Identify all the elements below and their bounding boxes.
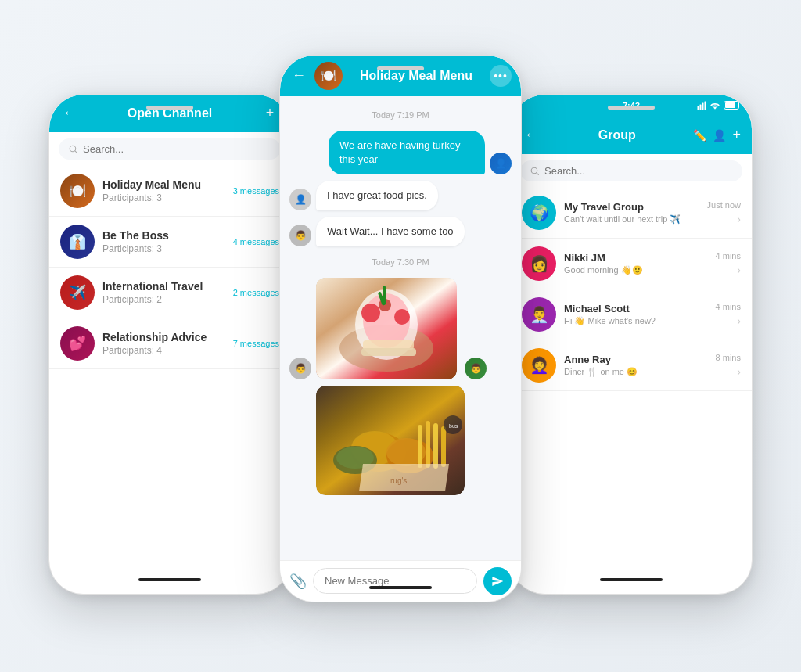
- group-last-msg: Can't wait until our next trip ✈️: [564, 214, 699, 225]
- status-time: 7:43: [623, 101, 640, 110]
- group-name: Nikki JM: [564, 252, 708, 264]
- list-item[interactable]: 👨‍💼 Michael Scott Hi 👋 Mike what's new? …: [511, 289, 752, 340]
- chevron-right-icon: ›: [737, 314, 741, 327]
- wifi-icon: [709, 101, 720, 110]
- phone-center: ← 🍽️ Holiday Meal Menu ••• Today 7:19 PM…: [279, 55, 522, 602]
- avatar: 💕: [60, 326, 95, 361]
- svg-text:rug's: rug's: [390, 476, 407, 485]
- right-search-bar[interactable]: [520, 160, 742, 181]
- svg-rect-27: [698, 106, 699, 110]
- left-search-input[interactable]: [83, 143, 271, 155]
- signal-icon: [697, 101, 706, 110]
- avatar: 👩‍🦱: [522, 348, 556, 383]
- avatar: 👨‍💼: [522, 297, 556, 332]
- add-icon[interactable]: +: [732, 127, 741, 143]
- left-add-icon[interactable]: +: [260, 105, 279, 121]
- avatar: 👨: [289, 358, 311, 379]
- left-search-bar[interactable]: [59, 138, 281, 160]
- header-actions: ✏️ 👤 +: [693, 127, 741, 143]
- avatar: 👔: [60, 225, 95, 259]
- channel-sub: Participants: 2: [102, 294, 225, 305]
- channel-sub: Participants: 4: [102, 345, 225, 356]
- list-item[interactable]: 🌍 My Travel Group Can't wait until our n…: [511, 188, 752, 239]
- message-row: 👨: [289, 278, 512, 379]
- group-last-msg: Good morning 👋🙂: [564, 265, 708, 275]
- chevron-right-icon: ›: [737, 213, 741, 225]
- channel-name: International Travel: [102, 280, 225, 293]
- phone-right: 7:43: [510, 94, 753, 595]
- list-item[interactable]: 🍽️ Holiday Meal Menu Participants: 3 3 m…: [49, 166, 290, 217]
- group-name: My Travel Group: [564, 201, 699, 213]
- channel-sub: Participants: 3: [102, 192, 225, 203]
- send-button[interactable]: [483, 567, 512, 595]
- right-search-input[interactable]: [544, 165, 733, 177]
- group-time: 4 mins: [716, 302, 741, 311]
- search-icon: [68, 144, 78, 154]
- channel-name: Holiday Meal Menu: [102, 178, 225, 191]
- svg-text:bus: bus: [449, 423, 458, 429]
- channel-badge: 4 messages: [233, 237, 279, 246]
- search-icon: [530, 166, 540, 176]
- avatar: 🍽️: [60, 174, 95, 208]
- avatar: 👤: [490, 153, 512, 174]
- edit-icon[interactable]: ✏️: [693, 129, 706, 142]
- chevron-right-icon: ›: [737, 365, 741, 378]
- avatar: 👤: [289, 189, 311, 210]
- avatar: ✈️: [60, 275, 95, 310]
- channel-badge: 3 messages: [233, 186, 279, 196]
- avatar: 👨: [289, 225, 311, 246]
- right-back-icon[interactable]: ←: [522, 127, 541, 143]
- group-last-msg: Diner 🍴 on me 😊: [564, 367, 708, 377]
- chat-header: ← 🍽️ Holiday Meal Menu •••: [280, 56, 521, 96]
- chat-avatar: 🍽️: [314, 62, 343, 90]
- chat-image-2: rug's bus: [316, 386, 465, 495]
- sender-avatar: 👨: [465, 358, 487, 379]
- attach-icon[interactable]: 📎: [289, 573, 307, 590]
- group-time: Just now: [707, 200, 741, 210]
- list-item[interactable]: 👔 Be The Boss Participants: 3 4 messages: [49, 217, 290, 268]
- profile-icon[interactable]: 👤: [713, 129, 726, 142]
- right-header: ← Group ✏️ 👤 +: [511, 117, 752, 154]
- channel-sub: Participants: 3: [102, 243, 225, 254]
- phone-left: ← Open Channel + 🍽️ Holiday Meal Menu: [48, 94, 291, 595]
- message-input-bar: 📎: [280, 560, 521, 602]
- message-row: We are have having turkey this year 👤: [289, 131, 512, 174]
- message-bubble: We are have having turkey this year: [329, 131, 485, 174]
- svg-line-32: [537, 172, 538, 174]
- left-header-title: Open Channel: [85, 106, 254, 120]
- svg-rect-30: [705, 101, 706, 110]
- message-bubble: Wait Wait... I have some too: [316, 217, 465, 246]
- message-row: 👤 I have great food pics.: [289, 181, 512, 210]
- time-divider: Today 7:30 PM: [289, 257, 512, 267]
- group-name: Anne Ray: [564, 354, 708, 365]
- send-icon: [491, 575, 504, 588]
- chat-messages: Today 7:19 PM We are have having turkey …: [280, 96, 521, 560]
- svg-rect-28: [700, 104, 702, 110]
- channel-list: 🍽️ Holiday Meal Menu Participants: 3 3 m…: [49, 166, 290, 594]
- svg-rect-18: [418, 425, 422, 468]
- channel-name: Be The Boss: [102, 229, 225, 242]
- left-back-icon[interactable]: ←: [60, 105, 79, 121]
- message-row: 👨 Wait Wait... I have some too: [289, 217, 512, 246]
- list-item[interactable]: 💕 Relationship Advice Participants: 4 7 …: [49, 318, 290, 369]
- chat-back-icon[interactable]: ←: [289, 67, 308, 84]
- svg-rect-19: [426, 421, 430, 468]
- group-name: Michael Scott: [564, 303, 708, 314]
- avatar: 🌍: [522, 196, 556, 230]
- chat-image-1: [316, 278, 457, 379]
- svg-point-6: [361, 304, 380, 322]
- list-item[interactable]: ✈️ International Travel Participants: 2 …: [49, 268, 290, 318]
- message-input[interactable]: [313, 568, 477, 594]
- message-bubble: I have great food pics.: [316, 181, 438, 210]
- group-time: 8 mins: [716, 353, 741, 362]
- more-options-icon[interactable]: •••: [490, 65, 512, 87]
- right-header-title: Group: [547, 128, 687, 142]
- message-row: rug's bus: [289, 386, 512, 495]
- list-item[interactable]: 👩‍🦱 Anne Ray Diner 🍴 on me 😊 8 mins ›: [511, 340, 752, 391]
- channel-badge: 7 messages: [233, 339, 279, 348]
- battery-icon: [724, 101, 739, 110]
- svg-rect-20: [433, 423, 438, 469]
- svg-rect-29: [702, 102, 704, 110]
- list-item[interactable]: 👩 Nikki JM Good morning 👋🙂 4 mins ›: [511, 239, 752, 289]
- avatar: 👩: [522, 246, 556, 281]
